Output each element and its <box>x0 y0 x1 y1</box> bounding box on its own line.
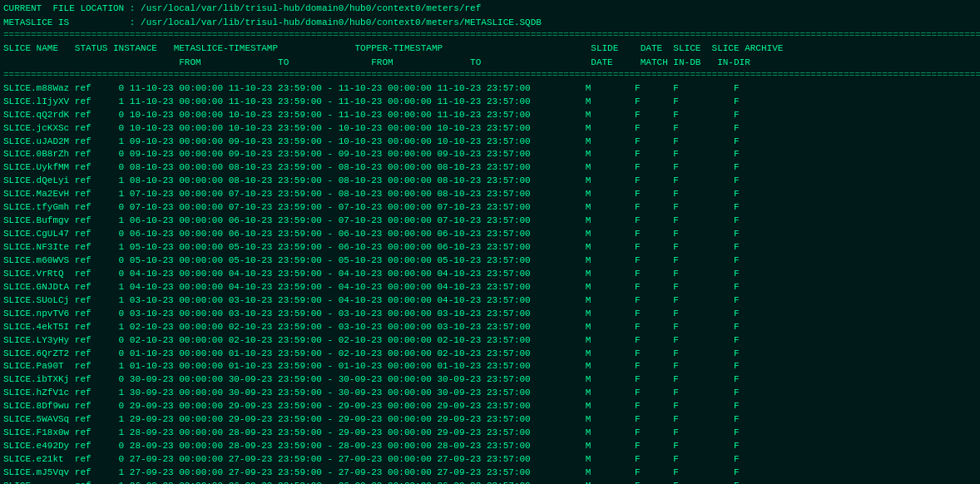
table-row: SLICE.m88Waz ref 0 11-10-23 00:00:00 11-… <box>3 82 977 96</box>
table-row: SLICE.npvTV6 ref 0 03-10-23 00:00:00 03-… <box>3 308 977 321</box>
metaslice-label: METASLICE IS <box>3 17 69 27</box>
table-row: SLICE.hZfV1c ref 1 30-09-23 00:00:00 30-… <box>3 387 977 400</box>
table-row: SLICE.6QrZT2 ref 0 01-10-23 00:00:00 01-… <box>3 348 977 361</box>
table-row: SLICE.e21kt ref 0 27-09-23 00:00:00 27-0… <box>3 453 977 467</box>
table-row: SLICE.NF3Ite ref 1 05-10-23 00:00:00 05-… <box>3 241 977 254</box>
table-row: SLICE.tfyGmh ref 0 07-10-23 00:00:00 07-… <box>3 201 977 215</box>
table-row: SLICE.UykfMM ref 0 08-10-23 00:00:00 08-… <box>3 161 977 175</box>
current-file-label: CURRENT FILE LOCATION <box>3 3 124 13</box>
table-row: SLICE.Ma2EvH ref 1 07-10-23 00:00:00 07-… <box>3 188 977 201</box>
current-file-value: : /usr/local/var/lib/trisul-hub/domain0/… <box>130 3 481 13</box>
table-row: SLICE.LY3yHy ref 0 02-10-23 00:00:00 02-… <box>3 334 977 348</box>
metaslice-line: METASLICE IS : /usr/local/var/lib/trisul… <box>3 16 977 30</box>
table-row: SLICE.qQ2rdK ref 0 10-10-23 00:00:00 10-… <box>3 109 977 122</box>
table-row: SLICE.5WAVSq ref 1 29-09-23 00:00:00 29-… <box>3 413 977 427</box>
current-file-line: CURRENT FILE LOCATION : /usr/local/var/l… <box>3 2 977 16</box>
table-row: SLICE.8Df9wu ref 0 29-09-23 00:00:00 29-… <box>3 400 977 413</box>
table-row: SLICE.dQeLyi ref 1 08-10-23 00:00:00 08-… <box>3 175 977 188</box>
table-row: SLICE.Bufmgv ref 1 06-10-23 00:00:00 06-… <box>3 215 977 228</box>
table-row: SLICE... ref 1 26-09-23 00:00:00 26-09-2… <box>3 480 977 484</box>
table-row: SLICE.0B8rZh ref 0 09-10-23 00:00:00 09-… <box>3 148 977 161</box>
table-row: SLICE.ibTXKj ref 0 30-09-23 00:00:00 30-… <box>3 373 977 387</box>
table-row: SLICE.Pa90T ref 1 01-10-23 00:00:00 01-1… <box>3 360 977 373</box>
col-header-line1: SLICE NAME STATUS INSTANCE METASLICE-TIM… <box>3 42 977 56</box>
data-rows-container: SLICE.m88Waz ref 0 11-10-23 00:00:00 11-… <box>3 82 977 484</box>
table-row: SLICE.mJ5Vqv ref 1 27-09-23 00:00:00 27-… <box>3 467 977 480</box>
col-separator: ========================================… <box>3 69 977 81</box>
table-row: SLICE.e492Dy ref 0 28-09-23 00:00:00 28-… <box>3 440 977 453</box>
header-section: CURRENT FILE LOCATION : /usr/local/var/l… <box>3 2 977 82</box>
table-row: SLICE.jcKXSc ref 0 10-10-23 00:00:00 10-… <box>3 122 977 136</box>
table-row: SLICE.SUoLCj ref 1 03-10-23 00:00:00 03-… <box>3 294 977 308</box>
top-separator: ========================================… <box>3 29 977 42</box>
table-row: SLICE.lIjyXV ref 1 11-10-23 00:00:00 11-… <box>3 96 977 109</box>
metaslice-value: : /usr/local/var/lib/trisul-hub/domain0/… <box>130 17 542 27</box>
table-row: SLICE.CgUL47 ref 0 06-10-23 00:00:00 06-… <box>3 228 977 241</box>
table-row: SLICE.GNJDtA ref 1 04-10-23 00:00:00 04-… <box>3 281 977 294</box>
terminal-window: CURRENT FILE LOCATION : /usr/local/var/l… <box>0 0 980 484</box>
table-row: SLICE.m60WVS ref 0 05-10-23 00:00:00 05-… <box>3 254 977 268</box>
table-row: SLICE.F18x0w ref 1 28-09-23 00:00:00 28-… <box>3 427 977 440</box>
col-header-line2: FROM TO FROM TO DATE MATCH IN-DB IN-DIR <box>3 56 977 70</box>
table-row: SLICE.VrRtQ ref 0 04-10-23 00:00:00 04-1… <box>3 268 977 281</box>
table-row: SLICE.uJAD2M ref 1 09-10-23 00:00:00 09-… <box>3 136 977 149</box>
table-row: SLICE.4ekT5I ref 1 02-10-23 00:00:00 02-… <box>3 321 977 334</box>
